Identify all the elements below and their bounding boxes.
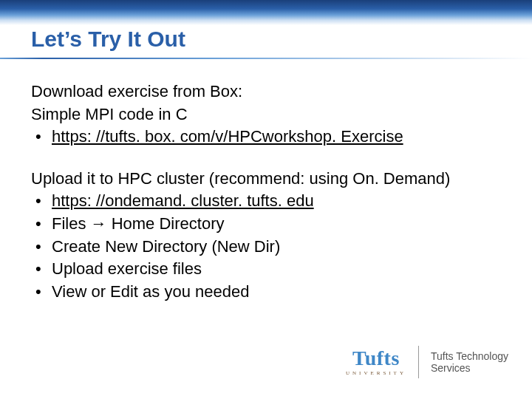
- tufts-university-label: UNIVERSITY: [346, 370, 406, 376]
- title-underline: [0, 58, 532, 59]
- section-upload: Upload it to HPC cluster (recommend: usi…: [31, 168, 501, 303]
- upload-lead: Upload it to HPC cluster (recommend: usi…: [31, 168, 501, 190]
- tufts-wordmark: Tufts: [352, 348, 400, 369]
- upload-list: https: //ondemand. cluster. tufts. edu F…: [31, 191, 501, 302]
- upload-step-newdir: Create New Directory (New Dir): [52, 237, 280, 256]
- header-gradient: [0, 0, 532, 25]
- upload-step-view: View or Edit as you needed: [52, 282, 249, 301]
- download-lead-1: Download exercise from Box:: [31, 81, 501, 103]
- box-link[interactable]: https: //tufts. box. com/v/HPCworkshop. …: [52, 127, 403, 146]
- upload-step-files: Files → Home Directory: [52, 214, 224, 233]
- list-item: Create New Directory (New Dir): [31, 236, 501, 258]
- footer-logo: Tufts UNIVERSITY Tufts Technology Servic…: [346, 346, 508, 378]
- tts-logo: Tufts Technology Services: [431, 350, 508, 374]
- list-item: Files → Home Directory: [31, 214, 501, 235]
- logo-divider: [418, 346, 419, 378]
- list-item: Upload exercise files: [31, 259, 501, 280]
- tts-line-1: Tufts Technology: [431, 350, 508, 362]
- list-item: https: //tufts. box. com/v/HPCworkshop. …: [31, 126, 501, 148]
- slide: Let’s Try It Out Download exercise from …: [0, 0, 532, 399]
- download-list: https: //tufts. box. com/v/HPCworkshop. …: [31, 126, 501, 148]
- tts-line-2: Services: [431, 362, 508, 374]
- ondemand-link[interactable]: https: //ondemand. cluster. tufts. edu: [52, 191, 314, 210]
- upload-step-upload: Upload exercise files: [52, 259, 202, 278]
- tufts-logo: Tufts UNIVERSITY: [346, 348, 406, 376]
- download-lead-2: Simple MPI code in C: [31, 104, 501, 126]
- slide-body: Download exercise from Box: Simple MPI c…: [31, 81, 501, 323]
- list-item: https: //ondemand. cluster. tufts. edu: [31, 191, 501, 212]
- section-download: Download exercise from Box: Simple MPI c…: [31, 81, 501, 148]
- list-item: View or Edit as you needed: [31, 282, 501, 303]
- slide-title: Let’s Try It Out: [31, 27, 185, 52]
